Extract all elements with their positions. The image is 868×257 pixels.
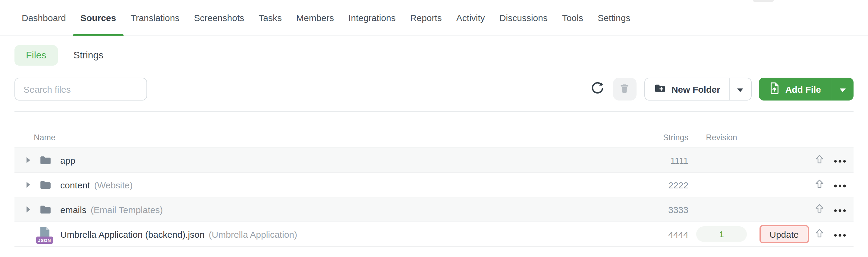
folder-name: content [60,180,90,190]
files-toolbar: New Folder [14,78,854,101]
ellipsis-icon [833,229,846,240]
upload-arrow-icon [814,228,824,241]
add-file-split-button: Add File [759,78,854,101]
folder-subtitle: (Website) [94,180,133,190]
column-header-revision: Revision [688,133,755,142]
table-row-folder-app[interactable]: app 1111 [14,148,854,173]
new-folder-button[interactable]: New Folder [645,78,730,100]
file-subtitle: (Umbrella Application) [209,229,297,239]
expand-caret-icon[interactable] [21,197,36,221]
tab-translations[interactable]: Translations [123,13,187,36]
files-table: Name Strings Revision app 1111 [14,111,854,247]
tab-integrations[interactable]: Integrations [341,13,403,36]
view-toggle: Files Strings [14,45,854,66]
expand-caret-icon[interactable] [21,173,36,197]
upload-translations-button[interactable] [809,222,830,246]
file-upload-icon [769,82,780,96]
update-button[interactable]: Update [759,225,809,243]
revision-badge[interactable]: 1 [696,226,747,242]
row-more-button[interactable] [830,148,850,172]
folder-icon [36,203,55,216]
trash-icon [619,82,631,96]
upload-translations-button[interactable] [809,148,830,172]
row-more-button[interactable] [830,173,850,197]
tab-dashboard[interactable]: Dashboard [14,13,73,36]
strings-count: 3333 [637,204,688,215]
tab-reports[interactable]: Reports [403,13,449,36]
folder-subtitle: (Email Templates) [91,204,163,215]
new-folder-split-button: New Folder [644,78,752,101]
tab-tasks[interactable]: Tasks [251,13,289,36]
folder-name: emails [60,204,87,215]
table-row-folder-content[interactable]: content (Website) 2222 [14,173,854,197]
new-folder-label: New Folder [672,84,720,94]
add-file-button[interactable]: Add File [759,78,831,101]
upload-arrow-icon [814,203,824,216]
tab-screenshots[interactable]: Screenshots [187,13,252,36]
chevron-down-icon [738,84,744,94]
tab-members[interactable]: Members [289,13,341,36]
tab-activity[interactable]: Activity [449,13,492,36]
row-more-button[interactable] [830,222,850,246]
json-file-icon: JSON [38,226,53,243]
project-nav: Dashboard Sources Translations Screensho… [0,0,868,36]
tab-tools[interactable]: Tools [555,13,590,36]
tab-discussions[interactable]: Discussions [492,13,555,36]
table-header: Name Strings Revision [14,112,854,148]
ellipsis-icon [833,179,846,190]
json-type-badge: JSON [36,236,53,244]
delete-button[interactable] [613,78,637,101]
toggle-strings[interactable]: Strings [73,50,104,61]
tab-settings[interactable]: Settings [590,13,638,36]
column-header-name: Name [21,133,637,142]
row-more-button[interactable] [830,197,850,221]
strings-count: 2222 [637,180,688,190]
tab-sources[interactable]: Sources [73,13,123,36]
file-name: Umbrella Application (backend).json [60,229,205,239]
table-row-file-json[interactable]: JSON Umbrella Application (backend).json… [14,222,854,247]
folder-plus-icon [654,82,666,96]
search-input[interactable] [14,78,147,101]
refresh-button[interactable] [590,81,605,97]
add-file-dropdown[interactable] [831,78,854,101]
ellipsis-icon [833,155,846,166]
sources-page: Dashboard Sources Translations Screensho… [0,0,868,257]
folder-icon [36,154,55,167]
column-header-strings: Strings [637,133,688,142]
refresh-icon [590,81,604,97]
ellipsis-icon [833,204,846,215]
upload-arrow-icon [814,179,824,191]
strings-count: 4444 [637,229,688,239]
upload-translations-button[interactable] [809,197,830,221]
folder-icon [36,179,55,191]
partial-element-top [753,0,774,2]
chevron-down-icon [839,84,845,94]
expand-caret-icon[interactable] [21,148,36,172]
strings-count: 1111 [637,155,688,165]
add-file-label: Add File [785,84,821,94]
folder-name: app [60,155,75,165]
upload-arrow-icon [814,154,824,167]
new-folder-dropdown[interactable] [730,78,751,100]
table-row-folder-emails[interactable]: emails (Email Templates) 3333 [14,197,854,222]
toggle-files[interactable]: Files [14,45,58,66]
upload-translations-button[interactable] [809,173,830,197]
